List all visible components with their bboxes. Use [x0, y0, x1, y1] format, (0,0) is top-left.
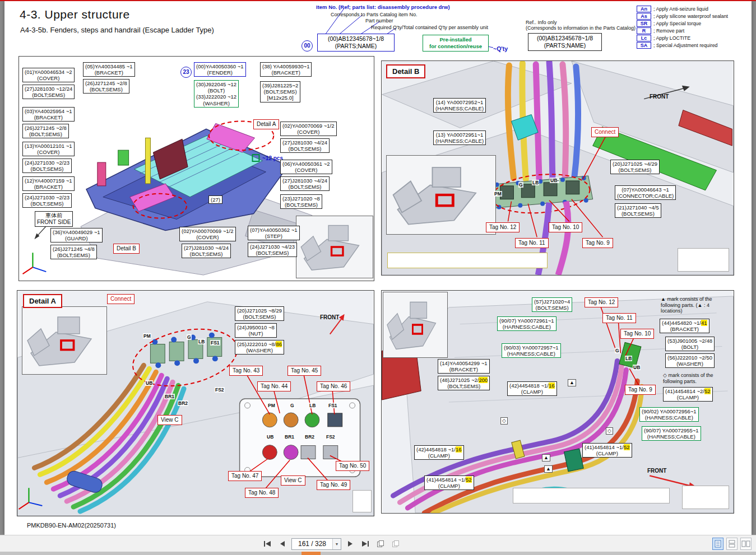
part-label: (13)YA00012101 ~1(COVER) [22, 142, 75, 156]
front-side-label: 車体前FRONT SIDE [35, 211, 73, 227]
part-label: (25)J222010 ~8/86(WASHER) [235, 340, 284, 355]
page-title: 4-3. Upper structure [20, 8, 130, 21]
single-page-view-icon[interactable] [712, 538, 723, 550]
connect-label: Connect [591, 127, 619, 137]
continuous-view-icon[interactable] [726, 538, 738, 550]
last-page-button[interactable] [359, 538, 372, 550]
connector-ub-label: UB [145, 380, 153, 386]
part-label: (02)YA00070069 ~1/2(COVER) [280, 122, 337, 136]
part-label: (03)YA40025954 ~1(BRACKET) [22, 107, 75, 122]
tag-10-label: Tag No. 10 [620, 329, 654, 339]
triangle-marker: ▲ [544, 465, 553, 473]
part-label: (26)J271245 ~2/8(BOLT;SEMS) [83, 79, 129, 94]
blank-field [353, 490, 372, 512]
legend-example-name: (PARTS;NAME) [321, 43, 391, 50]
tag-9-label: Tag No. 9 [625, 385, 656, 395]
tag-49-label: Tag No. 49 [317, 480, 350, 490]
part-label: (24)J271030 ~4/23(BOLT;SEMS) [248, 242, 297, 257]
connect-label: Connect [107, 294, 134, 304]
connector-br1-label: BR1 [164, 394, 175, 399]
part-label: (23)J271020 ~8(BOLT;SEMS) [280, 194, 322, 209]
new-tab-icon[interactable] [374, 538, 387, 550]
first-page-button[interactable] [261, 538, 273, 550]
part-label: (44)4454820 ~1/41(BRACKET) [660, 319, 709, 333]
tag-11-label: Tag No. 11 [602, 313, 636, 323]
tag-12-label: Tag No. 12 [486, 222, 520, 232]
view-c-label: View C [281, 475, 305, 486]
legend-code-row: R; Remove part [637, 27, 728, 34]
note-field [387, 253, 548, 268]
tag-43-label: Tag No. 43 [229, 366, 263, 376]
part-label: (41)4454814 ~1/52(CLAMP) [582, 443, 632, 458]
connector-br2-label: BR2 [178, 400, 188, 406]
part-label: (07)YA00046643 ~1(CONNECTOR;CABLE) [615, 185, 676, 200]
viewer-toolbar: 161 / 328 ▼ [0, 535, 756, 552]
pdf-viewer-window: 4-3. Upper structure A4-3-5b. Fenders, s… [0, 0, 756, 555]
part-label: (90/02) YA00072956~1(HARNESS;CABLE) [639, 407, 699, 422]
blank-field [682, 486, 729, 509]
front-label: FRONT [650, 94, 669, 100]
diamond-marker: ◇ [606, 427, 613, 435]
duplicate-tab-icon[interactable] [389, 538, 402, 550]
blank-field [678, 248, 729, 272]
diamond-note: ◇ mark consists of thefollowing parts. [663, 372, 713, 384]
page-number-input[interactable]: 161 / 328 ▼ [291, 538, 341, 550]
legend-example-part-box: (00)AB12345678~1/8 (PARTS;NAME) [317, 34, 395, 52]
tag-44-label: Tag No. 44 [257, 381, 291, 391]
part-label: (39)J281225~2(BOLT;SEMS)[M12x25.0] [260, 81, 300, 102]
part-label: (20)J271025 ~8/29(BOLT;SEMS) [235, 306, 284, 321]
panel-overview: (01)YA00046534 ~2(COVER)(27)J281030 ~12/… [18, 56, 374, 281]
legend-example-part: (00)AB12345678~1/8 [321, 35, 391, 43]
part-label: (27)J281030 ~12/24(BOLT;SEMS) [22, 85, 75, 99]
part-label: (41)4454814 ~2/52(CLAMP) [663, 387, 713, 402]
viewc-lb-label: LB [309, 403, 316, 408]
document-code: PMKDB90-EN-AM02(20250731) [27, 522, 116, 529]
legend-part-number-note: Part number [365, 18, 393, 24]
viewc-br2-label: BR2 [304, 434, 315, 440]
legend-item-no-note: Item No. (Ref; parts list: disassembly p… [316, 4, 450, 10]
tag-45-label: Tag No. 45 [287, 366, 321, 376]
connector-pm-label: PM [143, 333, 151, 339]
legend-preinstalled-box: Pre-installed for connection/reuse [423, 35, 489, 52]
part-label: (21)J271040 ~4/5(BOLT;SEMS) [615, 203, 661, 218]
part-label: (07)YA40050362 ~1(STEP) [248, 226, 300, 240]
page-number-value[interactable]: 161 / 328 [292, 540, 332, 548]
tag-46-label: Tag No. 46 [317, 381, 350, 391]
part-label: (24)J271030 ~2/23(BOLT;SEMS) [22, 193, 72, 208]
part-label: (38) YA40059930~1(BRACKET) [260, 62, 312, 77]
next-page-button[interactable] [344, 538, 356, 550]
tag-48-label: Tag No. 48 [245, 488, 279, 498]
part-label: (05)YA40034485 ~1(BRACKET) [83, 62, 135, 77]
window-top-border [0, 0, 756, 1]
connector-fs1-label: FS1 [210, 340, 220, 346]
facing-pages-view-icon[interactable] [740, 538, 752, 550]
panel-detail-b: Detail B(14) YA00072952~1(HARNESS;CABLE)… [381, 60, 734, 276]
location-inset-thumbnail [22, 306, 107, 375]
legend-code-row: SR; Apply Special torque [637, 20, 728, 27]
tag-12-label: Tag No. 12 [585, 297, 618, 307]
legend-code-row: An; Apply Anti-seizure liquid [637, 6, 728, 12]
legend-code-row: Lc; Apply LOCTITE [637, 35, 728, 41]
viewc-pm-label: PM [267, 403, 276, 408]
part-label: (36)YA40049029 ~1(GUARD) [50, 228, 103, 242]
connector-g-label: G [187, 334, 192, 340]
viewc-fs1-label: FS1 [328, 403, 338, 408]
front-label: FRONT [320, 314, 339, 321]
note-field [513, 488, 670, 503]
part-label: (26)J271245 ~2/8(BOLT;SEMS) [22, 124, 69, 138]
location-inset-thumbnail [383, 292, 448, 358]
taskbar-highlight [302, 552, 321, 555]
detail-a-ref: Detail A [253, 119, 279, 129]
part-label: (14)YA40054299 ~1(BRACKET) [438, 359, 490, 374]
viewc-g-label: G [290, 403, 295, 408]
page-dropdown-arrow[interactable]: ▼ [332, 539, 341, 549]
part-label: (13) YA00072951~1(HARNESS;CABLE) [433, 130, 486, 145]
legend-qty-suffix: ~Q'ty [493, 45, 508, 52]
part-label: (27)J281030 ~4/24(BOLT;SEMS) [280, 176, 330, 191]
part-label: (27)J281030 ~4/24(BOLT;SEMS) [182, 244, 231, 258]
previous-page-button[interactable] [276, 538, 289, 550]
location-inset-thumbnail [386, 155, 496, 235]
part-label: (00)YA40050360 ~1(FENDER) [194, 62, 246, 77]
legend-ref-part-box: (00)AB12345678~1/8 (PARTS;NAME) [528, 33, 602, 51]
part-label: (30)J922045 ~12(BOLT)(33)J222020 ~12(WAS… [194, 80, 239, 108]
